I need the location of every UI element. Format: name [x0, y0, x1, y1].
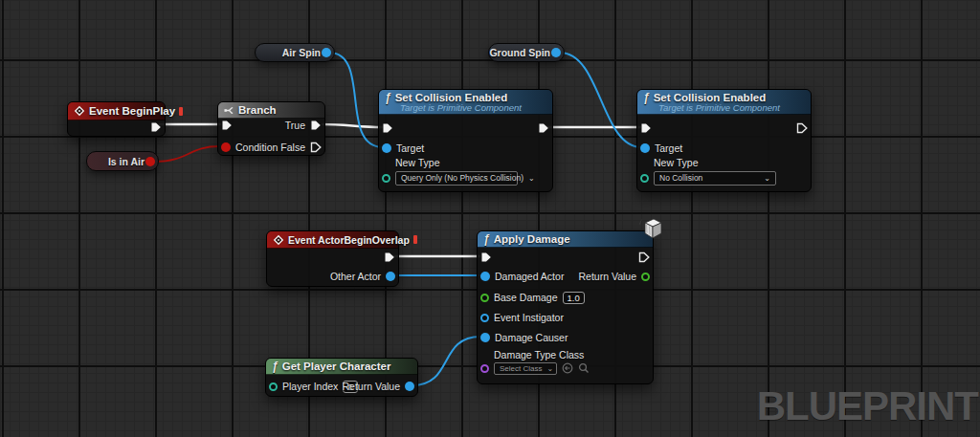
node-variable-ground-spin[interactable]: Ground Spin	[488, 43, 565, 62]
exec-in-pin[interactable]	[640, 122, 652, 134]
other-actor-row: Other Actor	[330, 267, 398, 286]
node-subtitle: Target is Primitive Component	[658, 102, 780, 113]
exec-in-row	[478, 248, 492, 267]
exec-out-pin[interactable]	[538, 122, 549, 134]
exec-in-row	[218, 116, 233, 135]
new-type-dropdown-value: No Collision	[659, 173, 702, 183]
condition-bool-pin[interactable]	[221, 142, 231, 152]
node-branch[interactable]: Branch True Condition False	[217, 101, 325, 156]
wire-object-playercharacter-damagecauser	[412, 337, 480, 385]
target-actor-cube-icon	[633, 215, 665, 246]
browse-magnifier-icon[interactable]	[578, 362, 590, 374]
player-index-label: Player Index	[282, 381, 338, 392]
new-type-value-row: No Collision ⌄	[637, 168, 776, 187]
node-event-actorbeginoverlap[interactable]: Event ActorBeginOverlap Other Actor	[266, 230, 399, 287]
exec-in-row	[379, 119, 393, 138]
return-value-float-pin[interactable]	[641, 273, 650, 281]
node-apply-damage[interactable]: ƒ Apply Damage Damaged Actor Return Valu…	[477, 230, 654, 384]
node-title: Apply Damage	[494, 233, 570, 245]
new-type-value-row: Query Only (No Physics Collision) ⌄	[379, 168, 518, 187]
exec-out-pin[interactable]	[638, 251, 650, 263]
wire-object-groundspin-target2	[560, 53, 641, 147]
event-redbox-icon	[413, 235, 417, 244]
true-exec-pin[interactable]	[310, 120, 322, 131]
node-title: Event ActorBeginOverlap	[288, 234, 410, 246]
node-set-collision-enabled-air[interactable]: ƒ Set Collision Enabled Target is Primit…	[378, 89, 553, 192]
select-class-dropdown[interactable]: Select Class ⌄	[494, 362, 557, 375]
new-type-label: New Type	[395, 157, 440, 168]
damaged-actor-label: Damaged Actor	[495, 271, 564, 282]
node-variable-is-in-air[interactable]: Is in Air	[86, 151, 159, 171]
node-header[interactable]: ƒ Get Player Character	[266, 359, 417, 375]
function-f-icon: ƒ	[643, 92, 650, 103]
base-damage-float-pin[interactable]	[480, 294, 489, 302]
node-set-collision-enabled-ground[interactable]: ƒ Set Collision Enabled Target is Primit…	[636, 89, 812, 192]
object-output-pin[interactable]	[322, 48, 331, 57]
new-type-label-row: New Type	[637, 156, 699, 169]
exec-out-row	[638, 248, 653, 267]
node-header[interactable]: ƒ Apply Damage	[478, 231, 653, 248]
new-type-dropdown[interactable]: Query Only (No Physics Collision) ⌄	[395, 171, 518, 186]
new-type-enum-pin[interactable]	[382, 174, 390, 183]
false-label: False	[280, 142, 305, 153]
select-class-value: Select Class	[500, 364, 542, 373]
exec-in-row	[637, 119, 652, 138]
exec-in-pin[interactable]	[382, 122, 393, 134]
damage-causer-row: Damage Causer	[478, 328, 568, 347]
event-instigator-label: Event Instigator	[494, 312, 564, 323]
variable-label: Ground Spin	[489, 47, 550, 58]
node-title: Branch	[238, 104, 277, 116]
node-variable-air-spin[interactable]: Air Spin	[255, 43, 335, 62]
other-actor-object-pin[interactable]	[386, 272, 395, 281]
target-object-pin[interactable]	[640, 143, 650, 153]
blueprint-graph-canvas[interactable]: Event BeginPlay Is in Air Branch True	[0, 0, 980, 437]
exec-out-pin[interactable]	[384, 251, 395, 263]
exec-in-pin[interactable]	[480, 251, 492, 263]
node-title: Get Player Character	[282, 361, 391, 372]
exec-in-pin[interactable]	[221, 120, 233, 131]
true-label: True	[285, 120, 305, 131]
exec-out-pin[interactable]	[150, 121, 162, 133]
return-value-object-pin[interactable]	[405, 382, 414, 391]
event-instigator-object-pin[interactable]	[480, 314, 489, 322]
node-header[interactable]: ƒ Set Collision Enabled Target is Primit…	[379, 90, 552, 115]
damaged-actor-object-pin[interactable]	[480, 272, 490, 281]
return-value-label: Return Value	[578, 271, 636, 282]
branch-icon	[224, 105, 234, 116]
base-damage-label: Base Damage	[494, 292, 558, 303]
false-out-row: False	[280, 138, 324, 157]
object-output-pin[interactable]	[551, 48, 561, 57]
base-damage-row: Base Damage 1.0	[478, 288, 585, 307]
node-get-player-character[interactable]: ƒ Get Player Character Player Index 0 Re…	[265, 358, 418, 397]
variable-label: Is in Air	[108, 156, 145, 167]
new-type-enum-pin[interactable]	[640, 174, 649, 183]
chevron-down-icon: ⌄	[528, 174, 535, 183]
event-redbox-icon	[179, 107, 183, 116]
damage-type-class-pin[interactable]	[480, 364, 489, 373]
exec-out-row	[384, 248, 398, 267]
new-type-label: New Type	[654, 157, 699, 168]
use-selected-asset-icon[interactable]	[562, 362, 573, 374]
target-label: Target	[396, 142, 424, 154]
event-diamond-icon	[74, 105, 85, 117]
true-out-row: True	[285, 116, 324, 135]
node-header[interactable]: Event ActorBeginOverlap	[267, 231, 398, 249]
bool-output-pin[interactable]	[145, 157, 155, 166]
new-type-dropdown[interactable]: No Collision ⌄	[654, 171, 776, 186]
function-f-icon: ƒ	[272, 361, 278, 372]
false-exec-pin[interactable]	[310, 142, 322, 153]
exec-out-pin[interactable]	[796, 122, 808, 134]
node-event-beginplay[interactable]: Event BeginPlay	[67, 101, 166, 137]
target-label: Target	[655, 142, 682, 154]
exec-out-row	[538, 119, 552, 138]
condition-label: Condition	[235, 142, 278, 153]
damage-causer-object-pin[interactable]	[480, 333, 490, 342]
node-subtitle: Target is Primitive Component	[400, 102, 522, 113]
target-object-pin[interactable]	[382, 143, 391, 153]
exec-out-row	[150, 118, 165, 137]
node-header[interactable]: ƒ Set Collision Enabled Target is Primit…	[637, 90, 811, 115]
new-type-label-row: New Type	[379, 156, 440, 169]
player-index-int-pin[interactable]	[269, 382, 278, 391]
return-value-label: Return Value	[342, 381, 400, 392]
base-damage-input[interactable]: 1.0	[563, 292, 585, 304]
